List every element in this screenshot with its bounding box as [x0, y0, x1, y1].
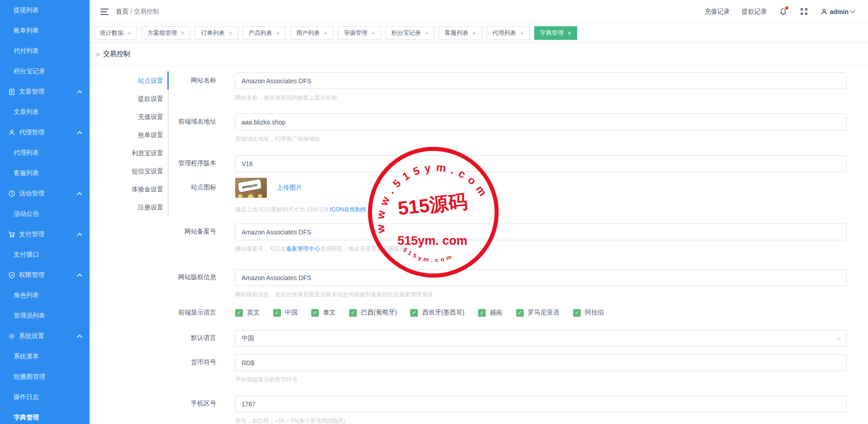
language-checkbox[interactable]: 中国 [273, 309, 298, 317]
sidebar-item[interactable]: 代理管理 [0, 122, 90, 143]
checkbox-checked-icon[interactable] [273, 309, 281, 317]
admin-user-menu[interactable]: admin [821, 8, 854, 15]
field-helper: 网站备案号，可以在 [235, 246, 286, 252]
close-tab-icon[interactable]: × [568, 30, 571, 36]
close-tab-icon[interactable]: × [276, 30, 280, 36]
currency-symbol-input[interactable] [235, 354, 847, 371]
language-checkbox[interactable]: 罗马尼亚语 [516, 309, 560, 317]
sidebar-item-label: 文章管理 [19, 88, 44, 96]
sidebar-menu: 提现列表账单列表代付列表积分宝记录文章管理文章列表代理管理代理列表客服列表活动管… [0, 0, 90, 424]
sidebar-item-label: 系统菜单 [14, 353, 39, 361]
language-checkbox[interactable]: 西班牙(墨西哥) [410, 309, 464, 317]
open-tab[interactable]: 字典管理× [534, 26, 577, 40]
sidebar-item-label: 积分宝记录 [14, 67, 45, 76]
language-checkbox[interactable]: 英文 [235, 309, 260, 317]
default-language-select[interactable] [235, 330, 847, 347]
close-tab-icon[interactable]: × [324, 30, 327, 36]
section-marker-icon: » [96, 50, 100, 58]
language-checkbox[interactable]: 越南 [478, 309, 503, 317]
open-tab-label: 用户列表 [296, 29, 320, 37]
close-tab-icon[interactable]: × [228, 30, 232, 36]
open-tab[interactable]: 积分宝记录× [385, 26, 434, 40]
header-actions: 充值记录 提款记录 admin [705, 7, 868, 16]
fullscreen-icon[interactable] [800, 7, 809, 16]
sidebar-item[interactable]: 代付列表 [0, 41, 90, 61]
sidebar-item[interactable]: 系统设置 [0, 326, 90, 346]
collapse-menu-icon[interactable] [100, 9, 109, 15]
checkbox-checked-icon[interactable] [349, 309, 357, 317]
close-tab-icon[interactable]: × [425, 30, 428, 36]
open-tab[interactable]: 代理列表× [487, 26, 530, 40]
checkbox-checked-icon[interactable] [516, 309, 524, 317]
close-tab-icon[interactable]: × [472, 30, 476, 36]
sidebar-item[interactable]: 提现列表 [0, 0, 90, 20]
language-checkbox[interactable]: 阿拉伯 [573, 309, 604, 317]
checkbox-checked-icon[interactable] [573, 309, 581, 317]
open-tab[interactable]: 统计数据× [94, 26, 137, 40]
sidebar-item-label: 文章列表 [14, 108, 39, 116]
close-tab-icon[interactable]: × [520, 30, 524, 36]
sidebar-item[interactable]: 操作日志 [0, 387, 90, 407]
notification-dot [785, 6, 788, 10]
sidebar-item-label: 代理管理 [19, 129, 44, 137]
sidebar-item[interactable]: 权限管理 [0, 265, 90, 285]
checkbox-checked-icon[interactable] [410, 309, 418, 317]
sidebar-item[interactable]: 轮播图管理 [0, 367, 90, 387]
copyright-input[interactable] [235, 269, 847, 286]
language-checkbox-label: 罗马尼亚语 [528, 309, 560, 317]
language-checkbox[interactable]: 巴西(葡萄牙) [349, 309, 397, 317]
permission-shield-icon [8, 272, 15, 279]
withdraw-records-link[interactable]: 提款记录 [742, 8, 767, 16]
language-checkbox[interactable]: 泰文 [311, 309, 336, 317]
version-input[interactable] [235, 155, 847, 172]
checkbox-checked-icon[interactable] [235, 309, 243, 317]
sidebar-item[interactable]: 管理员列表 [0, 305, 90, 326]
active-tab-indicator [167, 71, 169, 90]
phone-code-input[interactable] [235, 395, 847, 412]
sidebar-item[interactable]: 支付接口 [0, 244, 90, 265]
site-name-input[interactable] [235, 72, 847, 89]
open-tab-label: 代理列表 [493, 29, 516, 37]
open-tab[interactable]: 客服列表× [439, 26, 482, 40]
sidebar-item-label: 轮播图管理 [14, 373, 45, 381]
open-tab[interactable]: 方案组管理× [142, 26, 190, 40]
sidebar-item[interactable]: 积分宝记录 [0, 61, 90, 81]
form-row-default-lang: 默认语言 [171, 330, 849, 347]
agent-icon [8, 129, 15, 136]
notification-bell-icon[interactable] [779, 7, 788, 16]
sidebar-item[interactable]: 支付管理 [0, 224, 90, 244]
close-tab-icon[interactable]: × [371, 30, 375, 36]
icon-maker-link[interactable]: ICON在线制作 [330, 206, 366, 213]
field-helper: 查询获取，将在登录页面下面显示 [320, 246, 405, 252]
close-tab-icon[interactable]: × [181, 30, 185, 36]
open-tab[interactable]: 用户列表× [290, 26, 333, 40]
recharge-records-link[interactable]: 充值记录 [705, 8, 730, 16]
site-icon-preview[interactable]: amazon [235, 178, 267, 198]
open-tab[interactable]: 订单列表× [195, 26, 238, 40]
upload-image-link[interactable]: 上传图片 [277, 184, 302, 192]
domain-input[interactable] [235, 114, 847, 130]
sidebar-item[interactable]: 活动公告 [0, 204, 90, 224]
sidebar-item[interactable]: 系统菜单 [0, 346, 90, 367]
checkbox-checked-icon[interactable] [311, 309, 319, 317]
icp-number-input[interactable] [235, 224, 847, 240]
sidebar-item-label: 操作日志 [14, 393, 39, 401]
breadcrumb-home[interactable]: 首页 [116, 8, 128, 15]
chevron-up-icon [77, 233, 82, 238]
sidebar-item[interactable]: 代理列表 [0, 143, 90, 163]
sidebar-item[interactable]: 客服列表 [0, 163, 90, 183]
checkbox-checked-icon[interactable] [478, 309, 486, 317]
sidebar-item[interactable]: 文章管理 [0, 81, 90, 102]
open-tab[interactable]: 产品列表× [243, 26, 286, 40]
open-tab[interactable]: 等级管理× [338, 26, 381, 40]
open-tab-label: 产品列表 [249, 29, 272, 37]
field-label: 网站备案号 [171, 224, 216, 236]
open-tab-label: 方案组管理 [147, 29, 177, 37]
close-tab-icon[interactable]: × [128, 30, 131, 36]
sidebar-item[interactable]: 账单列表 [0, 20, 90, 41]
sidebar-item[interactable]: 角色列表 [0, 285, 90, 305]
sidebar-item[interactable]: 文章列表 [0, 102, 90, 122]
sidebar-item[interactable]: 字典管理 [0, 407, 90, 424]
sidebar-item[interactable]: 活动管理 [0, 183, 90, 204]
icp-center-link[interactable]: 备案管理中心 [286, 246, 320, 252]
